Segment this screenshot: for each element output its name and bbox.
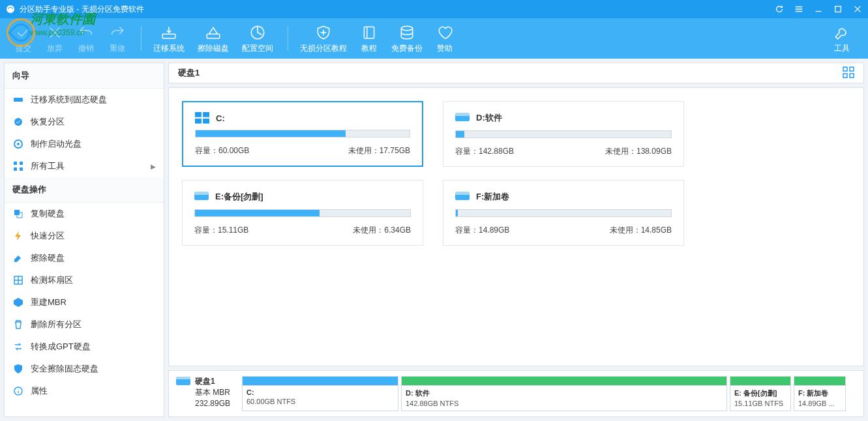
window-controls bbox=[774, 4, 863, 14]
close-button[interactable] bbox=[852, 4, 863, 14]
check-icon bbox=[14, 23, 33, 42]
segment-sub: 15.11GB NTFS bbox=[734, 399, 786, 407]
backup-button[interactable]: 免费备份 bbox=[386, 21, 428, 57]
wipe-icon bbox=[204, 23, 222, 42]
disk-map: 硬盘1 基本 MBR 232.89GB C:60.00GB NTFSD: 软件1… bbox=[168, 370, 864, 417]
disk-icon bbox=[175, 376, 191, 388]
disk-map-name: 硬盘1 bbox=[195, 376, 230, 387]
segment-label: E: 备份[勿删] bbox=[734, 388, 786, 398]
sidebar-wipe-disk[interactable]: 擦除硬盘 bbox=[5, 247, 164, 269]
tutorial-button[interactable]: 无损分区教程 bbox=[295, 21, 352, 57]
disk-map-size: 232.89GB bbox=[195, 398, 230, 409]
usage-bar bbox=[455, 130, 672, 138]
window-title: 分区助手专业版 - 无损分区免费软件 bbox=[20, 4, 774, 15]
sidebar-delete-all[interactable]: 删除所有分区 bbox=[5, 313, 164, 336]
sidebar-all-tools[interactable]: 所有工具 ▶ bbox=[5, 155, 164, 177]
copy-icon bbox=[12, 208, 24, 220]
sidebar-convert-gpt[interactable]: 转换成GPT硬盘 bbox=[5, 336, 164, 358]
disk-segment[interactable]: C:60.00GB NTFS bbox=[242, 376, 398, 411]
capacity-text: 容量：14.89GB bbox=[455, 225, 509, 236]
disk-header: 硬盘1 bbox=[168, 63, 864, 83]
unused-text: 未使用：14.85GB bbox=[610, 225, 672, 236]
unused-text: 未使用：138.09GB bbox=[605, 146, 672, 157]
sidebar-copy-disk[interactable]: 复制硬盘 bbox=[5, 203, 164, 225]
undo-button: 撤销 bbox=[72, 21, 100, 57]
capacity-text: 容量：142.88GB bbox=[455, 146, 514, 157]
segment-bar bbox=[402, 377, 726, 386]
disk-map-info: 硬盘1 基本 MBR 232.89GB bbox=[175, 376, 238, 411]
wizard-header: 向导 bbox=[5, 63, 164, 89]
minimize-button[interactable] bbox=[813, 4, 824, 14]
partition-cards-area: C:容量：60.00GB未使用：17.75GBD:软件容量：142.88GB未使… bbox=[168, 87, 864, 366]
svg-rect-7 bbox=[14, 98, 23, 102]
sidebar-migrate-ssd[interactable]: 迁移系统到固态硬盘 bbox=[5, 89, 164, 111]
segment-bar bbox=[794, 377, 845, 386]
tools-button[interactable]: 工具 bbox=[828, 21, 856, 57]
partition-card[interactable]: C:容量：60.00GB未使用：17.75GB bbox=[182, 101, 423, 167]
capacity-text: 容量：60.00GB bbox=[195, 145, 249, 156]
svg-rect-3 bbox=[207, 34, 220, 38]
donate-button[interactable]: 赞助 bbox=[430, 21, 459, 57]
backup-icon bbox=[398, 23, 416, 42]
svg-rect-5 bbox=[364, 27, 374, 38]
scan-icon bbox=[12, 274, 24, 286]
svg-rect-2 bbox=[162, 34, 175, 38]
menu-button[interactable] bbox=[794, 4, 804, 14]
disk-title: 硬盘1 bbox=[178, 67, 200, 79]
sidebar-recover-partition[interactable]: 恢复分区 bbox=[5, 111, 164, 133]
segment-bar bbox=[243, 377, 398, 386]
segment-sub: 60.00GB NTFS bbox=[247, 398, 394, 405]
partition-card[interactable]: F:新加卷容量：14.89GB未使用：14.85GB bbox=[443, 180, 684, 246]
ssd-icon bbox=[12, 94, 24, 106]
redo-button: 重做 bbox=[103, 21, 132, 57]
svg-rect-33 bbox=[176, 379, 190, 385]
convert-icon bbox=[12, 341, 24, 353]
svg-rect-26 bbox=[203, 119, 209, 124]
svg-rect-25 bbox=[195, 119, 202, 124]
info-icon bbox=[12, 385, 24, 397]
config-button[interactable]: 配置空间 bbox=[237, 21, 278, 57]
disk-segment[interactable]: E: 备份[勿删]15.11GB NTFS bbox=[730, 376, 791, 411]
refresh-button[interactable] bbox=[774, 4, 785, 14]
partition-label: D:软件 bbox=[476, 112, 502, 124]
usage-bar bbox=[195, 130, 410, 138]
sidebar-quick-partition[interactable]: 快速分区 bbox=[5, 225, 164, 247]
migrate-button[interactable]: 迁移系统 bbox=[148, 21, 190, 57]
svg-point-8 bbox=[14, 118, 22, 126]
svg-rect-24 bbox=[203, 112, 209, 117]
segment-bar bbox=[730, 377, 790, 386]
x-icon bbox=[46, 23, 64, 42]
svg-rect-14 bbox=[20, 167, 23, 171]
segment-label: D: 软件 bbox=[406, 388, 723, 398]
partition-label: C: bbox=[216, 113, 225, 123]
maximize-button[interactable] bbox=[833, 4, 843, 14]
sidebar-bootable-disc[interactable]: 制作启动光盘 bbox=[5, 133, 164, 155]
sidebar-secure-erase-ssd[interactable]: 安全擦除固态硬盘 bbox=[5, 358, 164, 380]
diskops-header: 硬盘操作 bbox=[5, 177, 164, 203]
eraser-icon bbox=[12, 252, 24, 264]
chevron-right-icon: ▶ bbox=[151, 163, 156, 170]
sidebar-rebuild-mbr[interactable]: 重建MBR bbox=[5, 291, 164, 313]
svg-point-10 bbox=[17, 143, 20, 145]
segment-sub: 14.89GB ... bbox=[798, 399, 841, 407]
svg-rect-20 bbox=[850, 67, 854, 71]
drive-icon bbox=[194, 192, 209, 202]
drive-icon bbox=[455, 113, 470, 123]
disk-segment[interactable]: D: 软件142.88GB NTFS bbox=[401, 376, 727, 411]
svg-rect-1 bbox=[835, 7, 841, 12]
disk-segment[interactable]: F: 新加卷14.89GB ... bbox=[794, 376, 846, 411]
sidebar-bad-sectors[interactable]: 检测坏扇区 bbox=[5, 269, 164, 291]
segment-label: C: bbox=[247, 388, 394, 396]
app-icon bbox=[5, 4, 16, 14]
partition-card[interactable]: D:软件容量：142.88GB未使用：138.09GB bbox=[443, 101, 684, 167]
wipe-button[interactable]: 擦除磁盘 bbox=[192, 21, 234, 57]
config-icon bbox=[248, 23, 267, 42]
sidebar-properties[interactable]: 属性 bbox=[5, 380, 164, 402]
tutorial2-button[interactable]: 教程 bbox=[355, 21, 383, 57]
svg-point-0 bbox=[7, 5, 14, 13]
drive-icon bbox=[195, 113, 209, 123]
partition-card[interactable]: E:备份[勿删]容量：15.11GB未使用：6.34GB bbox=[182, 180, 423, 246]
view-toggle-button[interactable] bbox=[843, 66, 854, 80]
migrate-icon bbox=[160, 23, 178, 42]
svg-rect-19 bbox=[843, 67, 847, 71]
